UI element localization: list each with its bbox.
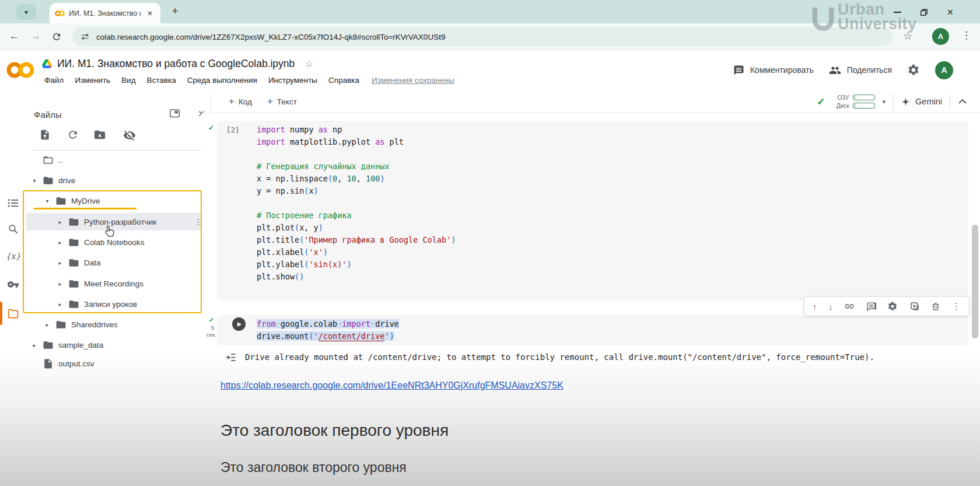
browser-menu-icon[interactable]: ⋮ — [961, 29, 971, 41]
tab-search-button[interactable]: ▾ — [16, 4, 36, 20]
save-status[interactable]: Изменения сохранены — [372, 76, 454, 85]
tree-item-output-csv[interactable]: output.csv — [26, 355, 211, 372]
menu-bar: Файл Изменить Вид Вставка Сре­да выполне… — [44, 76, 454, 85]
colab-favicon-icon — [55, 10, 65, 17]
tree-item-lesson-recordings[interactable]: ▸ Записи уроков — [26, 295, 211, 313]
address-bar[interactable]: colab.research.google.com/drive/1ZZ67X2p… — [72, 27, 892, 46]
cell-output: Drive already mounted at /content/drive;… — [217, 345, 968, 376]
share-label: Поделиться — [847, 65, 892, 75]
code-cell-2[interactable]: from·google.colab·import·drivedrive.moun… — [217, 315, 968, 345]
browser-profile-avatar[interactable]: A — [932, 28, 949, 45]
markdown-link[interactable]: https://colab.research.google.com/drive/… — [220, 380, 564, 391]
add-code-button[interactable]: + Код — [229, 96, 252, 107]
copy-link-icon[interactable] — [844, 301, 855, 312]
browser-tab[interactable]: ИИ. М1. Знакомство и работа ✕ — [50, 3, 160, 23]
cell1-code[interactable]: import numpy as npimport matplotlib.pypl… — [257, 124, 456, 283]
window-restore-icon[interactable] — [920, 8, 928, 16]
menu-edit[interactable]: Изменить — [75, 76, 110, 85]
browser-url-bar: ← → colab.research.google.com/drive/1ZZ6… — [0, 23, 980, 50]
resources-dropdown-icon[interactable]: ▾ — [883, 98, 886, 106]
disk-bar — [853, 103, 875, 109]
move-cell-up-icon[interactable]: ↑ — [813, 302, 817, 312]
notebook-scrollbar[interactable] — [972, 225, 978, 338]
add-comment-icon[interactable] — [866, 302, 876, 312]
favorite-star-icon[interactable]: ☆ — [304, 58, 313, 70]
tree-item-meet-recordings[interactable]: ▸ Meet Recordings — [26, 275, 211, 292]
menu-runtime[interactable]: Сре­да выполнения — [187, 76, 257, 85]
chevron-right-icon[interactable]: ▸ — [55, 219, 65, 225]
cell2-exec-time-unit: сек. — [206, 331, 216, 338]
chevron-right-icon[interactable]: ▸ — [55, 281, 65, 287]
variables-icon[interactable]: {x} — [6, 249, 20, 263]
delete-cell-icon[interactable] — [931, 301, 940, 312]
table-of-contents-icon[interactable] — [6, 195, 20, 210]
tree-item-colab-notebooks[interactable]: ▸ Colab Notebooks — [26, 233, 211, 251]
settings-gear-icon[interactable] — [907, 64, 920, 76]
files-panel-title: Файлы — [34, 110, 62, 120]
notebook-title[interactable]: ИИ. М1. Знакомство и работа с GoogleCola… — [57, 58, 295, 70]
comment-button[interactable]: Комментировать — [733, 65, 814, 76]
execution-count[interactable]: [2] — [226, 125, 240, 134]
chevron-down-icon[interactable]: ▾ — [43, 198, 52, 204]
tree-item-mydrive[interactable]: ▾ MyDrive — [26, 192, 211, 209]
upload-file-icon[interactable] — [39, 129, 51, 141]
tree-item-data[interactable]: ▸ Data — [26, 254, 211, 271]
mirror-cell-icon[interactable] — [909, 301, 920, 312]
chevron-right-icon[interactable]: ▸ — [30, 342, 39, 348]
annotation-underline — [34, 208, 136, 209]
tree-item-sample-data[interactable]: ▸ sample_data — [26, 336, 211, 354]
menu-help[interactable]: Справка — [328, 76, 359, 85]
resources-indicator[interactable]: ОЗУ Диск — [833, 95, 875, 109]
reload-icon[interactable] — [51, 32, 62, 42]
menu-view[interactable]: Вид — [121, 76, 135, 85]
chevron-right-icon[interactable]: ▸ — [43, 321, 52, 328]
secrets-key-icon[interactable] — [6, 277, 20, 292]
bookmark-star-icon[interactable]: ☆ — [903, 30, 912, 43]
cell2-code[interactable]: from·google.colab·import·drivedrive.moun… — [257, 318, 399, 342]
window-close-icon[interactable]: ✕ — [947, 8, 954, 16]
tab-close-icon[interactable]: ✕ — [145, 8, 155, 19]
folder-icon — [55, 319, 66, 330]
files-panel-icon[interactable] — [6, 306, 20, 321]
share-button[interactable]: Поделиться — [829, 64, 892, 76]
move-cell-down-icon[interactable]: ↓ — [828, 302, 833, 312]
site-info-icon[interactable] — [80, 32, 90, 41]
cell-settings-icon[interactable] — [887, 301, 898, 312]
folder-open-icon — [43, 155, 54, 166]
folder-icon — [68, 257, 79, 268]
gemini-button[interactable]: Gemini — [901, 97, 942, 106]
connected-check-icon: ✓ — [817, 96, 825, 108]
new-tab-button[interactable]: + — [168, 5, 182, 18]
tree-item-python-developer[interactable]: ▸ Python-разработчик ⋮ — [26, 213, 211, 230]
run-cell-button[interactable] — [232, 317, 246, 331]
output-text: Drive already mounted at /content/drive;… — [245, 352, 874, 362]
more-actions-icon[interactable]: ⋮ — [952, 301, 961, 312]
chevron-right-icon[interactable]: ▸ — [55, 260, 65, 266]
url-text: colab.research.google.com/drive/1ZZ67X2p… — [96, 33, 445, 41]
forward-icon[interactable]: → — [31, 30, 41, 42]
chevron-right-icon[interactable]: ▸ — [55, 239, 65, 246]
open-in-new-window-icon[interactable] — [169, 108, 180, 118]
collapse-header-icon[interactable] — [958, 99, 967, 104]
markdown-heading-1: Это заголовок первого уровня — [220, 421, 449, 440]
tree-item-drive[interactable]: ▾ drive — [26, 172, 211, 189]
hide-hidden-files-icon[interactable] — [123, 129, 136, 142]
chevron-right-icon[interactable]: ▸ — [55, 301, 65, 307]
add-text-button[interactable]: + Текст — [267, 96, 297, 107]
chevron-down-icon: ▾ — [24, 8, 28, 16]
tree-item-shareddrives[interactable]: ▸ Shareddrives — [26, 316, 211, 333]
colab-profile-avatar[interactable]: A — [935, 61, 953, 79]
mount-drive-icon[interactable] — [93, 129, 106, 141]
tree-item-parent-dir[interactable]: .. — [26, 151, 211, 169]
code-cell-1[interactable]: [2] import numpy as npimport matplotlib.… — [217, 121, 968, 300]
refresh-icon[interactable] — [67, 129, 79, 141]
ram-label: ОЗУ — [833, 95, 849, 101]
menu-insert[interactable]: Вставка — [147, 76, 176, 85]
window-minimize-icon[interactable] — [894, 12, 901, 13]
search-icon[interactable] — [6, 222, 20, 236]
menu-file[interactable]: Файл — [44, 76, 64, 85]
comment-icon — [733, 65, 744, 76]
chevron-down-icon[interactable]: ▾ — [30, 177, 39, 184]
menu-tools[interactable]: Инструменты — [268, 76, 317, 85]
back-icon[interactable]: ← — [9, 30, 19, 42]
